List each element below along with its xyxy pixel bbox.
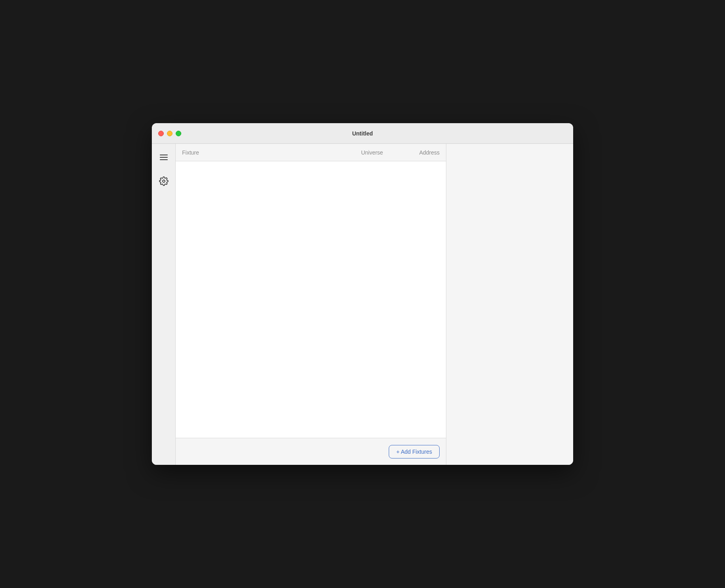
window-title: Untitled — [352, 130, 373, 137]
add-fixtures-button[interactable]: + Add Fixtures — [389, 445, 440, 458]
main-area: Fixture Universe Address + Add Fixtures — [176, 144, 446, 465]
settings-button[interactable] — [157, 174, 171, 188]
title-bar: Untitled — [152, 123, 573, 144]
app-window: Untitled Fixture — [152, 123, 573, 465]
table-header: Fixture Universe Address — [176, 144, 446, 161]
gear-icon — [159, 176, 169, 186]
hamburger-line-1 — [160, 155, 168, 155]
sidebar — [152, 144, 176, 465]
hamburger-line-3 — [160, 159, 168, 160]
maximize-button[interactable] — [176, 131, 181, 136]
traffic-lights — [158, 131, 181, 136]
menu-button[interactable] — [157, 150, 171, 164]
svg-point-0 — [163, 180, 165, 182]
minimize-button[interactable] — [167, 131, 173, 136]
close-button[interactable] — [158, 131, 164, 136]
footer-bar: + Add Fixtures — [176, 438, 446, 465]
column-header-fixture: Fixture — [182, 149, 344, 156]
hamburger-icon — [160, 155, 168, 160]
window-content: Fixture Universe Address + Add Fixtures — [152, 144, 573, 465]
column-header-universe: Universe — [344, 149, 400, 156]
column-header-address: Address — [400, 149, 440, 156]
hamburger-line-2 — [160, 157, 168, 158]
table-body — [176, 161, 446, 438]
right-panel — [446, 144, 573, 465]
